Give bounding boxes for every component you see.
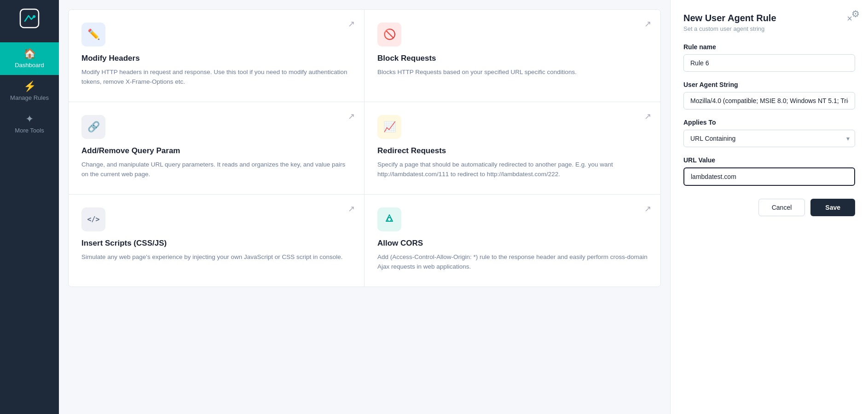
- user-agent-string-label: User Agent String: [683, 81, 855, 88]
- url-value-label: URL Value: [683, 156, 855, 164]
- svg-rect-0: [20, 9, 39, 28]
- redirect-requests-title: Redirect Requests: [377, 146, 648, 155]
- modify-headers-icon: ✏️: [81, 23, 105, 46]
- insert-scripts-title: Insert Scripts (CSS/JS): [81, 239, 351, 248]
- modify-headers-description: Modify HTTP headers in request and respo…: [81, 68, 351, 87]
- add-remove-query-icon: 🔗: [81, 115, 105, 139]
- settings-icon-button[interactable]: ⚙: [851, 8, 860, 19]
- tool-card-add-remove-query[interactable]: ↗ 🔗 Add/Remove Query Param Change, and m…: [69, 102, 365, 195]
- rule-name-input[interactable]: [683, 54, 855, 72]
- insert-scripts-description: Simulate any web page's experience by in…: [81, 253, 351, 262]
- applies-to-select-wrap: URL Containing URL Equals URL Starts Wit…: [683, 130, 855, 147]
- sidebar-item-more-tools-label: More Tools: [15, 127, 44, 134]
- sidebar-item-manage-rules-label: Manage Rules: [10, 94, 49, 101]
- sidebar-item-manage-rules[interactable]: ⚡ Manage Rules: [0, 75, 59, 108]
- main-content: ↗ ✏️ Modify Headers Modify HTTP headers …: [59, 0, 670, 414]
- block-requests-title: Block Requests: [377, 54, 648, 63]
- right-panel: ⚙ New User Agent Rule Set a custom user …: [670, 0, 868, 414]
- add-remove-query-title: Add/Remove Query Param: [81, 146, 351, 155]
- sidebar-item-more-tools[interactable]: ✦ More Tools: [0, 108, 59, 140]
- manage-rules-icon: ⚡: [23, 81, 36, 92]
- panel-actions: Cancel Save: [683, 199, 855, 216]
- redirect-requests-arrow-icon: ↗: [644, 111, 651, 121]
- tool-grid: ↗ ✏️ Modify Headers Modify HTTP headers …: [68, 9, 661, 287]
- svg-point-1: [33, 15, 35, 18]
- rule-name-group: Rule name: [683, 43, 855, 72]
- cancel-button[interactable]: Cancel: [758, 199, 805, 216]
- tool-card-redirect-requests[interactable]: ↗ 📈 Redirect Requests Specify a page tha…: [365, 102, 660, 195]
- allow-cors-icon: [377, 207, 401, 231]
- sidebar-item-dashboard[interactable]: 🏠 Dashboard: [0, 42, 59, 75]
- allow-cors-title: Allow CORS: [377, 239, 648, 248]
- add-remove-query-description: Change, and manipulate URL query paramet…: [81, 160, 351, 179]
- panel-title: New User Agent Rule: [683, 13, 776, 23]
- block-requests-icon: 🚫: [377, 23, 401, 46]
- tool-card-block-requests[interactable]: ↗ 🚫 Block Requests Blocks HTTP Requests …: [365, 10, 660, 102]
- url-value-input[interactable]: [683, 167, 855, 186]
- rule-name-label: Rule name: [683, 43, 855, 51]
- applies-to-group: Applies To URL Containing URL Equals URL…: [683, 119, 855, 147]
- url-input-wrap: [683, 167, 855, 186]
- user-agent-string-group: User Agent String: [683, 81, 855, 109]
- dashboard-icon: 🏠: [23, 49, 36, 59]
- tool-card-insert-scripts[interactable]: ↗ </> Insert Scripts (CSS/JS) Simulate a…: [69, 195, 365, 287]
- app-logo: [18, 7, 41, 31]
- url-value-group: URL Value: [683, 156, 855, 186]
- save-button[interactable]: Save: [810, 199, 855, 216]
- add-remove-query-arrow-icon: ↗: [348, 111, 355, 121]
- tool-card-modify-headers[interactable]: ↗ ✏️ Modify Headers Modify HTTP headers …: [69, 10, 365, 102]
- more-tools-icon: ✦: [25, 114, 34, 124]
- allow-cors-arrow-icon: ↗: [644, 204, 651, 214]
- redirect-requests-description: Specify a page that should be automatica…: [377, 160, 648, 179]
- tool-card-allow-cors[interactable]: ↗ Allow CORS Add (Access-Control-Allow-O…: [365, 195, 660, 287]
- panel-title-group: New User Agent Rule Set a custom user ag…: [683, 13, 776, 32]
- user-agent-string-input[interactable]: [683, 92, 855, 109]
- block-requests-description: Blocks HTTP Requests based on your speci…: [377, 68, 648, 77]
- applies-to-label: Applies To: [683, 119, 855, 126]
- redirect-requests-icon: 📈: [377, 115, 401, 139]
- allow-cors-description: Add (Access-Control-Allow-Origin: *) rul…: [377, 253, 648, 272]
- insert-scripts-arrow-icon: ↗: [348, 204, 355, 214]
- modify-headers-arrow-icon: ↗: [348, 19, 355, 29]
- panel-header: New User Agent Rule Set a custom user ag…: [683, 13, 855, 32]
- insert-scripts-icon: </>: [81, 207, 105, 231]
- block-requests-arrow-icon: ↗: [644, 19, 651, 29]
- modify-headers-title: Modify Headers: [81, 54, 351, 63]
- applies-to-select[interactable]: URL Containing URL Equals URL Starts Wit…: [683, 130, 855, 147]
- panel-subtitle: Set a custom user agent string: [683, 25, 776, 32]
- sidebar-item-dashboard-label: Dashboard: [15, 62, 44, 69]
- sidebar: 🏠 Dashboard ⚡ Manage Rules ✦ More Tools: [0, 0, 59, 414]
